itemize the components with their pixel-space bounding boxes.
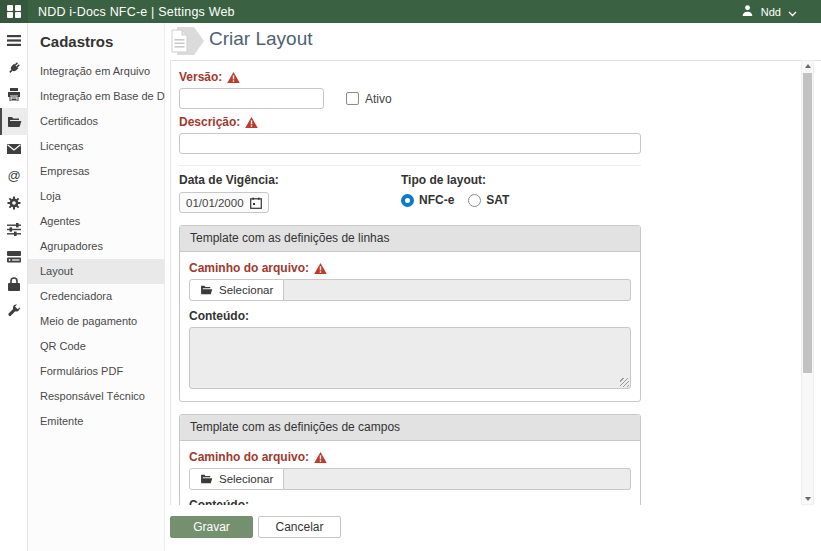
sidebar-item-agrupadores[interactable]: Agrupadores	[28, 234, 164, 259]
sidebar-item-formularios-pdf[interactable]: Formulários PDF	[28, 359, 164, 384]
main-panel: Criar Layout Versão: Ativo Descrição:	[165, 23, 821, 551]
data-vigencia-label: Data de Vigência:	[179, 173, 401, 187]
warning-icon	[314, 452, 327, 463]
icon-rail: @	[0, 23, 28, 551]
sidebar-item-meio-pagamento[interactable]: Meio de pagamento	[28, 309, 164, 334]
versao-input[interactable]	[179, 88, 324, 109]
wrench-icon	[7, 304, 21, 318]
ativo-checkbox-wrap[interactable]: Ativo	[346, 92, 392, 106]
menu-icon	[7, 35, 21, 46]
selecionar-button[interactable]: Selecionar	[189, 279, 284, 301]
sidebar-item-loja[interactable]: Loja	[28, 184, 164, 209]
at-sign-icon: @	[7, 169, 21, 183]
caminho-arquivo-input[interactable]	[284, 279, 631, 301]
sidebar-item-credenciadora[interactable]: Credenciadora	[28, 284, 164, 309]
caminho-arquivo-label: Caminho do arquivo:	[189, 450, 309, 464]
rail-item-printers[interactable]	[0, 81, 28, 108]
sidebar-title: Cadastros	[28, 23, 164, 59]
top-bar: NDD i-Docs NFC-e | Settings Web Ndd	[0, 0, 821, 23]
selecionar-button[interactable]: Selecionar	[189, 468, 284, 490]
sidebar-item-integracao-arquivo[interactable]: Integração em Arquivo	[28, 59, 164, 84]
menu-toggle[interactable]	[0, 27, 28, 54]
form-footer: Gravar Cancelar	[170, 505, 801, 551]
rail-item-parameters[interactable]	[0, 216, 28, 243]
section-template-campos: Template com as definições de campos Cam…	[179, 414, 641, 505]
scroll-up-arrow[interactable]	[802, 61, 813, 71]
selecionar-button-label: Selecionar	[219, 473, 273, 485]
warning-icon	[245, 117, 258, 128]
radio-sat[interactable]	[468, 194, 481, 207]
calendar-icon[interactable]	[250, 197, 262, 209]
sidebar-item-qr-code[interactable]: QR Code	[28, 334, 164, 359]
rail-item-tools[interactable]	[0, 297, 28, 324]
cancelar-button[interactable]: Cancelar	[258, 516, 341, 538]
page-title: Criar Layout	[209, 28, 313, 50]
rail-item-cadastros[interactable]	[0, 108, 28, 135]
user-icon	[741, 3, 754, 21]
scrollbar-thumb[interactable]	[803, 73, 812, 373]
data-vigencia-value: 01/01/2000	[186, 197, 244, 209]
warning-icon	[227, 72, 240, 83]
page-header: Criar Layout	[165, 23, 821, 60]
user-name: Ndd	[761, 6, 781, 18]
app-logo[interactable]	[0, 0, 28, 23]
envelope-icon	[7, 144, 21, 154]
sidebar-item-empresas[interactable]: Empresas	[28, 159, 164, 184]
folder-icon	[200, 285, 213, 295]
caminho-label-row: Caminho do arquivo:	[189, 261, 631, 275]
warning-icon	[314, 263, 327, 274]
svg-text:@: @	[7, 169, 20, 183]
section-campos-header: Template com as definições de campos	[180, 415, 640, 441]
sidebar-cadastros: Cadastros Integração em Arquivo Integraç…	[28, 23, 165, 551]
printer-icon	[7, 88, 21, 101]
sidebar-item-agentes[interactable]: Agentes	[28, 209, 164, 234]
sidebar-item-responsavel-tecnico[interactable]: Responsável Técnico	[28, 384, 164, 409]
conteudo-label: Conteúdo:	[189, 309, 631, 323]
conteudo-label: Conteúdo:	[189, 498, 631, 505]
versao-label-row: Versão:	[179, 70, 641, 84]
vertical-scrollbar[interactable]	[801, 60, 814, 505]
ativo-label: Ativo	[365, 92, 392, 106]
rail-item-security[interactable]	[0, 270, 28, 297]
rail-item-settings[interactable]	[0, 189, 28, 216]
caminho-label-row: Caminho do arquivo:	[189, 450, 631, 464]
descricao-label: Descrição:	[179, 115, 240, 129]
section-template-linhas: Template com as definições de linhas Cam…	[179, 225, 641, 402]
versao-label: Versão:	[179, 70, 222, 84]
rail-item-integrations[interactable]	[0, 54, 28, 81]
radio-sat-label: SAT	[486, 193, 509, 207]
tipo-layout-group: Tipo de layout: NFC-e SAT	[401, 173, 623, 213]
sliders-icon	[7, 223, 21, 236]
rail-item-servers[interactable]	[0, 243, 28, 270]
caminho-arquivo-input[interactable]	[284, 468, 631, 490]
data-vigencia-input[interactable]: 01/01/2000	[179, 192, 269, 213]
radio-nfce[interactable]	[401, 194, 414, 207]
chevron-down-icon	[788, 3, 797, 21]
radio-option-nfce[interactable]: NFC-e	[401, 193, 454, 207]
user-menu[interactable]: Ndd	[741, 0, 797, 23]
descricao-input[interactable]	[179, 133, 641, 154]
radio-option-sat[interactable]: SAT	[468, 193, 509, 207]
section-linhas-header: Template com as definições de linhas	[180, 226, 640, 252]
scroll-down-arrow[interactable]	[802, 494, 813, 504]
gear-icon	[7, 196, 21, 210]
ativo-checkbox[interactable]	[346, 92, 359, 105]
sidebar-item-certificados[interactable]: Certificados	[28, 109, 164, 134]
gravar-button[interactable]: Gravar	[170, 516, 253, 538]
sidebar-item-emitente[interactable]: Emitente	[28, 409, 164, 434]
sidebar-item-licencas[interactable]: Licenças	[28, 134, 164, 159]
lock-icon	[8, 277, 20, 291]
server-icon	[7, 251, 21, 263]
form-scroll-area: Versão: Ativo Descrição: Data de Vigênci…	[170, 60, 821, 505]
folder-icon	[200, 474, 213, 484]
radio-nfce-label: NFC-e	[419, 193, 454, 207]
app-title: NDD i-Docs NFC-e | Settings Web	[38, 5, 235, 19]
caminho-arquivo-label: Caminho do arquivo:	[189, 261, 309, 275]
sidebar-item-layout[interactable]: Layout	[28, 259, 164, 284]
selecionar-button-label: Selecionar	[219, 284, 273, 296]
sidebar-item-integracao-base-dados[interactable]: Integração em Base de Dados	[28, 84, 164, 109]
rail-item-email[interactable]: @	[0, 162, 28, 189]
document-arrow-icon	[169, 26, 205, 60]
conteudo-textarea[interactable]	[189, 327, 631, 389]
rail-item-messages[interactable]	[0, 135, 28, 162]
